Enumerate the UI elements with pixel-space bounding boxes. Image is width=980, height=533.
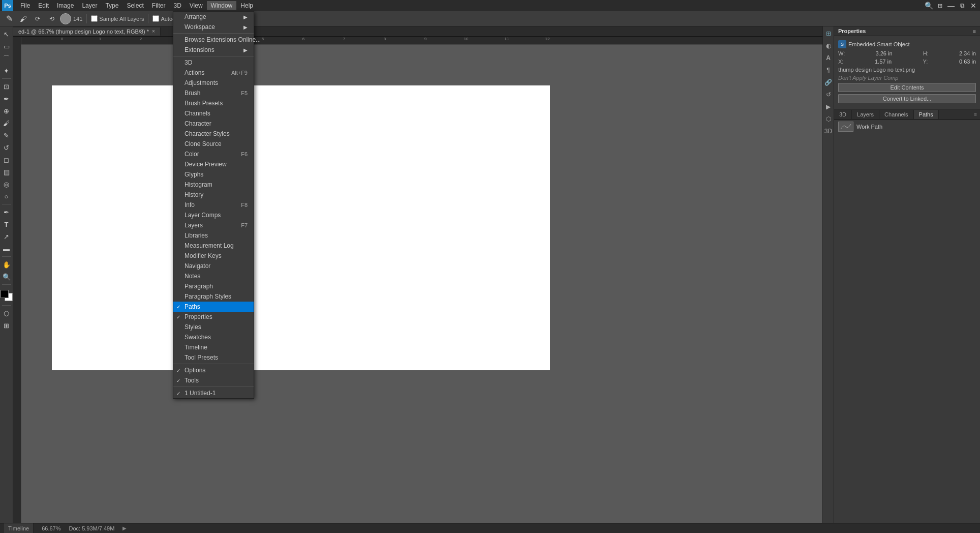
menu-item-layers[interactable]: Layers F7 (173, 220, 254, 230)
menu-item-layer-comps[interactable]: Layer Comps (173, 210, 254, 220)
menu-item-styles[interactable]: Styles (173, 322, 254, 332)
menu-item-properties[interactable]: Properties (173, 312, 254, 322)
menu-item-glyphs[interactable]: Glyphs (173, 169, 254, 180)
dropdown-overlay[interactable]: Arrange ▶ Workspace ▶ Browse Extensions … (0, 0, 980, 533)
menu-item-notes[interactable]: Notes (173, 271, 254, 281)
menu-item-clone-source[interactable]: Clone Source (173, 139, 254, 149)
menu-item-brush-presets[interactable]: Brush Presets (173, 98, 254, 108)
menu-item-timeline[interactable]: Timeline (173, 342, 254, 352)
menu-item-3d[interactable]: 3D (173, 57, 254, 68)
menu-item-measurement-log[interactable]: Measurement Log (173, 241, 254, 251)
menu-item-options[interactable]: Options (173, 365, 254, 375)
menu-item-adjustments[interactable]: Adjustments (173, 78, 254, 88)
menu-arrange[interactable]: Arrange ▶ (173, 12, 254, 22)
menu-item-history[interactable]: History (173, 190, 254, 200)
menu-item-tool-presets[interactable]: Tool Presets (173, 352, 254, 363)
menu-item-libraries[interactable]: Libraries (173, 230, 254, 241)
menu-item-histogram[interactable]: Histogram (173, 180, 254, 190)
menu-item-paragraph-styles[interactable]: Paragraph Styles (173, 291, 254, 302)
menu-item-paragraph[interactable]: Paragraph (173, 281, 254, 291)
menu-item-brush[interactable]: Brush F5 (173, 88, 254, 98)
menu-item-color[interactable]: Color F6 (173, 149, 254, 159)
menu-item-character-styles[interactable]: Character Styles (173, 129, 254, 139)
menu-sep-1 (173, 33, 254, 34)
menu-item-device-preview[interactable]: Device Preview (173, 159, 254, 169)
menu-item-modifier-keys[interactable]: Modifier Keys (173, 251, 254, 261)
menu-item-character[interactable]: Character (173, 119, 254, 129)
menu-item-paths[interactable]: Paths (173, 302, 254, 312)
menu-item-tools[interactable]: Tools (173, 375, 254, 386)
menu-item-untitled[interactable]: 1 Untitled-1 (173, 388, 254, 398)
menu-sep-3 (173, 364, 254, 364)
menu-item-navigator[interactable]: Navigator (173, 261, 254, 271)
window-dropdown-menu: Arrange ▶ Workspace ▶ Browse Extensions … (173, 11, 254, 399)
menu-item-info[interactable]: Info F8 (173, 200, 254, 210)
menu-sep-2 (173, 56, 254, 56)
menu-sep-4 (173, 387, 254, 387)
menu-workspace[interactable]: Workspace ▶ (173, 22, 254, 32)
menu-extensions[interactable]: Extensions ▶ (173, 45, 254, 55)
menu-item-actions[interactable]: Actions Alt+F9 (173, 68, 254, 78)
menu-browse-ext[interactable]: Browse Extensions Online... (173, 35, 254, 45)
menu-item-swatches[interactable]: Swatches (173, 332, 254, 342)
menu-item-channels[interactable]: Channels (173, 108, 254, 119)
